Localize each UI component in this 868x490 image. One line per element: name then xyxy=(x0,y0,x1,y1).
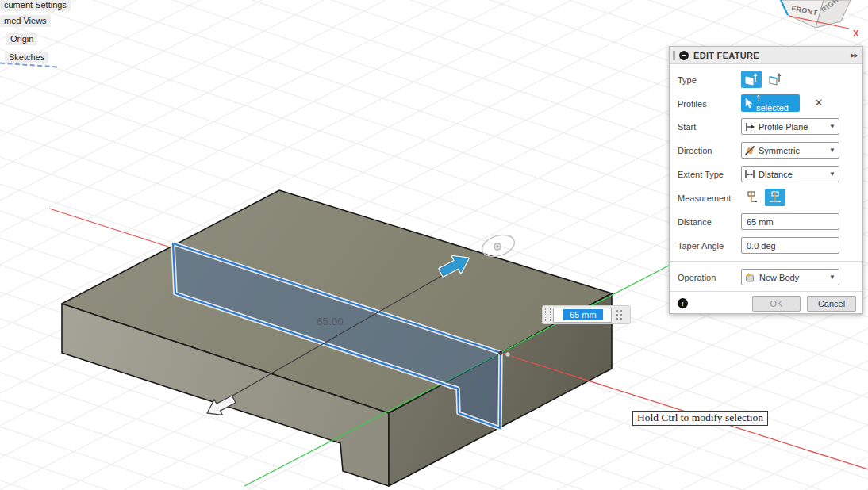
profiles-label: Profiles xyxy=(678,95,707,113)
extrude-solid-icon[interactable] xyxy=(741,71,762,88)
cancel-button[interactable]: Cancel xyxy=(807,296,856,312)
drag-grip-icon[interactable] xyxy=(545,308,551,321)
chevron-down-icon: ▼ xyxy=(829,274,836,281)
edit-feature-dialog: EDIT FEATURE ▶▶ Type Profiles xyxy=(669,46,863,314)
collapse-icon[interactable] xyxy=(679,51,689,60)
direction-label: Direction xyxy=(678,142,712,159)
dialog-header[interactable]: EDIT FEATURE ▶▶ xyxy=(670,47,862,64)
ok-button[interactable]: OK xyxy=(752,296,801,312)
cursor-select-icon xyxy=(745,98,753,109)
browser-item-sketches[interactable]: Sketches xyxy=(5,52,48,63)
taper-angle-input[interactable] xyxy=(741,237,839,254)
distance-extent-icon xyxy=(744,169,755,180)
selected-text: 65 mm xyxy=(563,309,603,320)
chevron-down-icon: ▼ xyxy=(829,123,836,130)
measure-full-icon[interactable] xyxy=(765,189,785,206)
sketch-origin-point xyxy=(498,350,502,354)
new-body-icon xyxy=(744,272,756,283)
measure-half-icon[interactable] xyxy=(741,189,762,206)
dialog-title: EDIT FEATURE xyxy=(693,51,759,60)
browser-item-origin[interactable]: Origin xyxy=(6,33,37,45)
close-x-icon[interactable]: ✕ xyxy=(812,94,825,112)
distance-inline-input[interactable]: 65 mm xyxy=(553,308,612,323)
selection-hint-tooltip: Hold Ctrl to modify selection xyxy=(632,411,768,426)
expand-chevrons-icon[interactable]: ▶▶ xyxy=(851,52,858,59)
distance-input[interactable] xyxy=(741,213,839,230)
browser-item-named-views[interactable]: med Views xyxy=(0,15,51,27)
direction-value: Symmetric xyxy=(759,146,826,155)
viewcube[interactable]: FRONT RIGHT X xyxy=(774,0,868,48)
extent-type-label: Extent Type xyxy=(678,166,724,183)
divider xyxy=(670,291,862,292)
direction-dropdown[interactable]: Symmetric ▼ xyxy=(741,142,839,159)
info-icon[interactable]: i xyxy=(678,298,688,308)
dimension-value[interactable]: 65.00 xyxy=(317,316,344,327)
dialog-grip-icon[interactable] xyxy=(673,51,675,60)
profiles-selected-count: 1 selected xyxy=(756,94,796,113)
floating-distance-widget[interactable]: 65 mm xyxy=(542,305,631,324)
browser-item-document-settings[interactable]: cument Settings xyxy=(0,0,71,11)
profile-plane-icon xyxy=(744,121,755,132)
divider xyxy=(670,261,862,262)
origin-ring-marker xyxy=(505,352,510,357)
extrude-thin-icon[interactable] xyxy=(765,71,785,88)
measurement-label: Measurement xyxy=(678,189,731,207)
chevron-down-icon: ▼ xyxy=(829,170,836,178)
start-value: Profile Plane xyxy=(759,122,826,132)
viewcube-x-label: X xyxy=(853,29,859,38)
more-options-dots-icon[interactable] xyxy=(616,310,622,320)
extent-type-dropdown[interactable]: Distance ▼ xyxy=(741,166,839,182)
profiles-selected-button[interactable]: 1 selected xyxy=(741,94,800,112)
start-label: Start xyxy=(678,118,696,136)
operation-label: Operation xyxy=(678,269,716,286)
x-axis-line-left xyxy=(49,209,171,247)
distance-label: Distance xyxy=(678,213,712,231)
start-dropdown[interactable]: Profile Plane ▼ xyxy=(741,118,839,135)
extent-type-value: Distance xyxy=(759,170,826,179)
type-label: Type xyxy=(678,71,697,89)
fusion-canvas: 65.00 cument Settings med Views Origin S… xyxy=(0,0,868,490)
chevron-down-icon: ▼ xyxy=(829,147,836,154)
taper-angle-label: Taper Angle xyxy=(678,237,724,255)
operation-value: New Body xyxy=(759,273,826,282)
symmetric-icon xyxy=(744,145,755,156)
operation-dropdown[interactable]: New Body ▼ xyxy=(741,269,839,285)
